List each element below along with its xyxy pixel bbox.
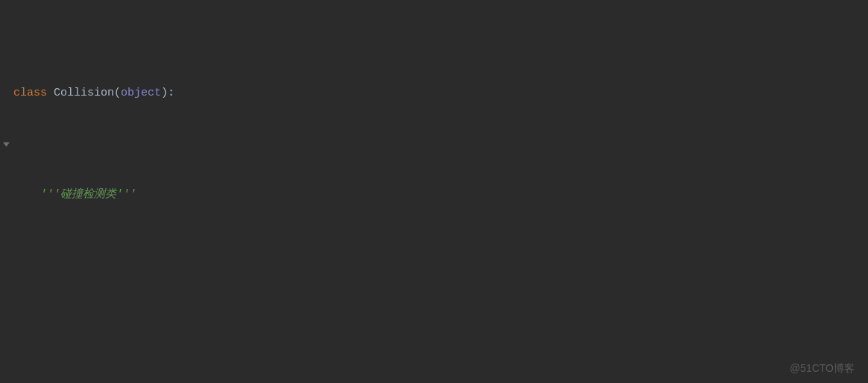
code-editor[interactable]: class Collision(object): '''碰撞检测类''' # 球… bbox=[0, 0, 868, 383]
code-content: '''碰撞检测类''' bbox=[13, 182, 868, 208]
watermark: @51CTO博客 bbox=[790, 362, 855, 376]
code-line[interactable] bbox=[0, 284, 868, 309]
builtin-object: object bbox=[121, 87, 161, 99]
code-line[interactable]: class Collision(object): bbox=[0, 81, 868, 106]
fold-open-icon[interactable] bbox=[3, 90, 10, 97]
class-name: Collision bbox=[54, 87, 114, 99]
gutter bbox=[0, 55, 13, 131]
code-content: class Collision(object): bbox=[13, 81, 868, 106]
code-content bbox=[13, 284, 868, 309]
code-line[interactable]: '''碰撞检测类''' bbox=[0, 182, 868, 208]
docstring: '''碰撞检测类''' bbox=[40, 188, 136, 201]
